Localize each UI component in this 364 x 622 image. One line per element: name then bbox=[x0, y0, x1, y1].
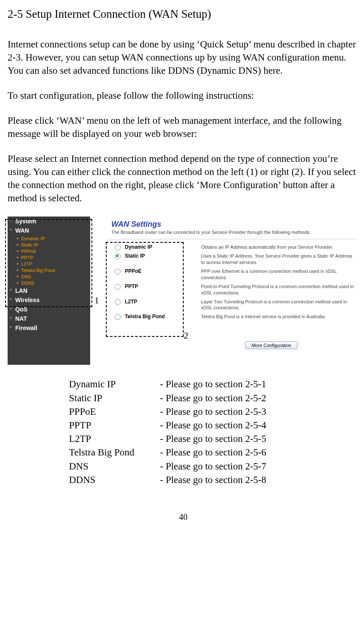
paragraph: Please click ‘WAN’ menu on the left of w… bbox=[8, 114, 359, 140]
option-label: L2TP bbox=[125, 299, 201, 305]
radio-icon[interactable] bbox=[115, 299, 121, 305]
wan-settings-screenshot: System WAN Dynamic IP Static IP PPPoE PP… bbox=[8, 217, 357, 365]
section-key: Telstra Big Pond bbox=[69, 446, 160, 459]
sidebar-sub-dns[interactable]: DNS bbox=[8, 273, 90, 280]
page-title: 2-5 Setup Internet Connection (WAN Setup… bbox=[8, 8, 359, 21]
section-reference-table: Dynamic IP- Please go to section 2-5-1 S… bbox=[69, 378, 359, 487]
sidebar-item-nat[interactable]: NAT bbox=[8, 314, 90, 323]
table-row: PPTP- Please go to section 2-5-4 bbox=[69, 419, 359, 432]
option-desc: Point-to-Point Tunneling Protocol is a c… bbox=[201, 283, 357, 296]
sidebar-item-qos[interactable]: QoS bbox=[8, 305, 90, 314]
option-label: PPPoE bbox=[125, 268, 201, 274]
section-value: - Please go to section 2-5-2 bbox=[160, 392, 266, 405]
table-row: PPPoE- Please go to section 2-5-3 bbox=[69, 405, 359, 419]
sidebar-sub-dynamic-ip[interactable]: Dynamic IP bbox=[8, 235, 90, 242]
section-key: PPTP bbox=[69, 419, 160, 432]
section-value: - Please go to section 2-5-1 bbox=[160, 378, 266, 391]
sidebar-item-firewall[interactable]: Firewall bbox=[8, 323, 90, 333]
wan-content: WAN Settings The Broadband router can be… bbox=[107, 217, 357, 321]
sidebar-sub-static-ip[interactable]: Static IP bbox=[8, 242, 90, 248]
option-row-pppoe[interactable]: PPPoE PPP over Ethernet is a common conn… bbox=[107, 267, 357, 282]
option-row-static-ip[interactable]: Static IP Uses a Static IP Address. Your… bbox=[107, 252, 357, 267]
sidebar-item-wireless[interactable]: Wireless bbox=[8, 295, 90, 305]
sidebar-item-wan[interactable]: WAN bbox=[8, 226, 90, 235]
section-key: Static IP bbox=[69, 392, 160, 405]
option-row-pptp[interactable]: PPTP Point-to-Point Tunneling Protocol i… bbox=[107, 282, 357, 297]
option-row-dynamic-ip[interactable]: Dynamic IP Obtains an IP Address automat… bbox=[107, 243, 357, 252]
option-desc: Telstra Big Pond is a Internet service i… bbox=[201, 314, 357, 320]
paragraph: To start configuration, please follow th… bbox=[8, 89, 359, 102]
radio-icon[interactable] bbox=[115, 253, 121, 259]
table-row: Dynamic IP- Please go to section 2-5-1 bbox=[69, 378, 359, 391]
option-label: Telstra Big Pond bbox=[125, 314, 201, 319]
radio-icon[interactable] bbox=[115, 314, 121, 320]
section-key: DNS bbox=[69, 460, 160, 473]
wan-settings-intro: The Broadband router can be connected to… bbox=[107, 230, 357, 239]
section-value: - Please go to section 2-5-8 bbox=[160, 473, 266, 487]
option-label: PPTP bbox=[125, 283, 201, 289]
option-desc: Uses a Static IP Address. Your Service P… bbox=[201, 253, 357, 266]
more-configuration-button[interactable]: More Configuration bbox=[245, 342, 298, 349]
callout-label-2: 2 bbox=[184, 330, 188, 341]
paragraph: Please select an Internet connection met… bbox=[8, 152, 359, 205]
section-key: DDNS bbox=[69, 473, 160, 487]
sidebar-sub-telstra[interactable]: Telstra Big Pond bbox=[8, 267, 90, 273]
sidebar-sub-pppoe[interactable]: PPPoE bbox=[8, 248, 90, 254]
sidebar-item-system[interactable]: System bbox=[8, 217, 90, 226]
table-row: L2TP- Please go to section 2-5-5 bbox=[69, 432, 359, 446]
divider bbox=[107, 239, 357, 239]
option-desc: Layer Two Tunneling Protocol is a common… bbox=[201, 299, 357, 311]
option-label: Dynamic IP bbox=[125, 244, 201, 250]
paragraph: Internet connections setup can be done b… bbox=[8, 38, 359, 77]
section-value: - Please go to section 2-5-4 bbox=[160, 419, 266, 432]
sidebar: System WAN Dynamic IP Static IP PPPoE PP… bbox=[8, 217, 90, 365]
callout-label-1: 1 bbox=[94, 295, 99, 306]
option-desc: Obtains an IP Address automatically from… bbox=[201, 244, 357, 250]
table-row: Static IP- Please go to section 2-5-2 bbox=[69, 392, 359, 405]
table-row: DDNS- Please go to section 2-5-8 bbox=[69, 473, 359, 487]
section-value: - Please go to section 2-5-6 bbox=[160, 446, 266, 459]
sidebar-sub-pptp[interactable]: PPTP bbox=[8, 254, 90, 261]
radio-icon[interactable] bbox=[115, 269, 121, 275]
table-row: DNS- Please go to section 2-5-7 bbox=[69, 460, 359, 473]
section-key: Dynamic IP bbox=[69, 378, 160, 391]
section-value: - Please go to section 2-5-5 bbox=[160, 432, 266, 446]
radio-icon[interactable] bbox=[115, 244, 121, 250]
section-key: L2TP bbox=[69, 432, 160, 446]
page-number: 40 bbox=[8, 512, 359, 522]
option-label: Static IP bbox=[125, 253, 201, 259]
option-desc: PPP over Ethernet is a common connection… bbox=[201, 268, 357, 281]
section-key: PPPoE bbox=[69, 405, 160, 419]
wan-settings-heading: WAN Settings bbox=[107, 217, 357, 230]
sidebar-item-lan[interactable]: LAN bbox=[8, 286, 90, 295]
sidebar-sub-ddns[interactable]: DDNS bbox=[8, 280, 90, 286]
table-row: Telstra Big Pond- Please go to section 2… bbox=[69, 446, 359, 459]
option-row-l2tp[interactable]: L2TP Layer Two Tunneling Protocol is a c… bbox=[107, 297, 357, 313]
radio-icon[interactable] bbox=[115, 284, 121, 290]
section-value: - Please go to section 2-5-3 bbox=[160, 405, 266, 419]
sidebar-sub-l2tp[interactable]: L2TP bbox=[8, 261, 90, 267]
option-row-telstra[interactable]: Telstra Big Pond Telstra Big Pond is a I… bbox=[107, 312, 357, 321]
section-value: - Please go to section 2-5-7 bbox=[160, 460, 266, 473]
